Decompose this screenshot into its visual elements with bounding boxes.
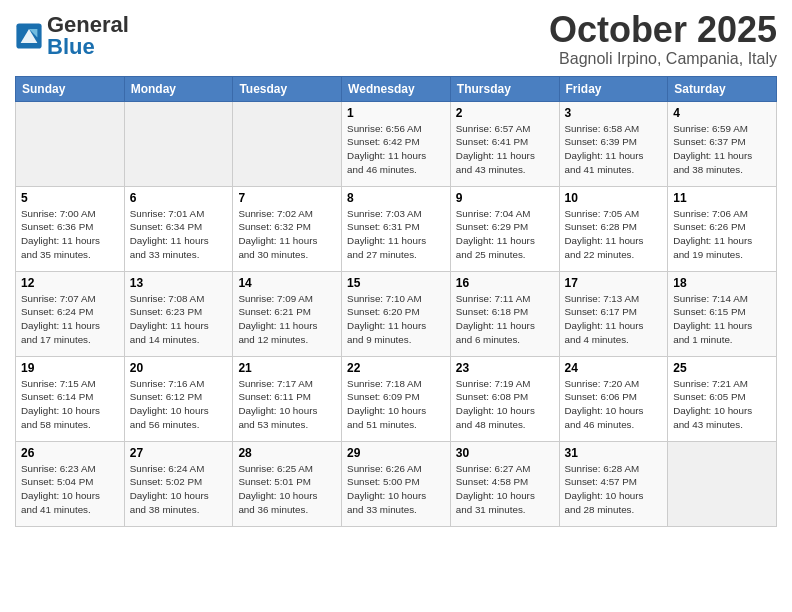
calendar-cell: 10Sunrise: 7:05 AMSunset: 6:28 PMDayligh… <box>559 186 668 271</box>
cell-info-text: Sunrise: 6:24 AMSunset: 5:02 PMDaylight:… <box>130 462 228 517</box>
calendar-cell: 3Sunrise: 6:58 AMSunset: 6:39 PMDaylight… <box>559 101 668 186</box>
cell-date-number: 21 <box>238 361 336 375</box>
cell-info-text: Sunrise: 7:10 AMSunset: 6:20 PMDaylight:… <box>347 292 445 347</box>
cell-info-text: Sunrise: 7:18 AMSunset: 6:09 PMDaylight:… <box>347 377 445 432</box>
logo-icon <box>15 22 43 50</box>
cell-date-number: 13 <box>130 276 228 290</box>
cell-date-number: 28 <box>238 446 336 460</box>
cell-info-text: Sunrise: 7:01 AMSunset: 6:34 PMDaylight:… <box>130 207 228 262</box>
cell-date-number: 18 <box>673 276 771 290</box>
cell-date-number: 1 <box>347 106 445 120</box>
cell-date-number: 24 <box>565 361 663 375</box>
logo-text: General Blue <box>47 14 129 58</box>
cell-info-text: Sunrise: 6:27 AMSunset: 4:58 PMDaylight:… <box>456 462 554 517</box>
cell-date-number: 3 <box>565 106 663 120</box>
calendar-cell: 13Sunrise: 7:08 AMSunset: 6:23 PMDayligh… <box>124 271 233 356</box>
cell-date-number: 20 <box>130 361 228 375</box>
cell-info-text: Sunrise: 7:03 AMSunset: 6:31 PMDaylight:… <box>347 207 445 262</box>
cell-info-text: Sunrise: 7:07 AMSunset: 6:24 PMDaylight:… <box>21 292 119 347</box>
calendar-cell: 1Sunrise: 6:56 AMSunset: 6:42 PMDaylight… <box>342 101 451 186</box>
cell-info-text: Sunrise: 7:09 AMSunset: 6:21 PMDaylight:… <box>238 292 336 347</box>
month-title: October 2025 <box>549 10 777 50</box>
calendar-cell: 31Sunrise: 6:28 AMSunset: 4:57 PMDayligh… <box>559 441 668 526</box>
cell-info-text: Sunrise: 7:20 AMSunset: 6:06 PMDaylight:… <box>565 377 663 432</box>
calendar-cell: 16Sunrise: 7:11 AMSunset: 6:18 PMDayligh… <box>450 271 559 356</box>
cell-date-number: 26 <box>21 446 119 460</box>
cell-info-text: Sunrise: 6:25 AMSunset: 5:01 PMDaylight:… <box>238 462 336 517</box>
week-row-4: 19Sunrise: 7:15 AMSunset: 6:14 PMDayligh… <box>16 356 777 441</box>
cell-date-number: 29 <box>347 446 445 460</box>
calendar-cell: 25Sunrise: 7:21 AMSunset: 6:05 PMDayligh… <box>668 356 777 441</box>
cell-date-number: 16 <box>456 276 554 290</box>
cell-date-number: 2 <box>456 106 554 120</box>
cell-info-text: Sunrise: 7:17 AMSunset: 6:11 PMDaylight:… <box>238 377 336 432</box>
calendar-cell: 12Sunrise: 7:07 AMSunset: 6:24 PMDayligh… <box>16 271 125 356</box>
calendar-cell: 27Sunrise: 6:24 AMSunset: 5:02 PMDayligh… <box>124 441 233 526</box>
cell-info-text: Sunrise: 7:11 AMSunset: 6:18 PMDaylight:… <box>456 292 554 347</box>
cell-date-number: 10 <box>565 191 663 205</box>
calendar-cell: 26Sunrise: 6:23 AMSunset: 5:04 PMDayligh… <box>16 441 125 526</box>
cell-date-number: 22 <box>347 361 445 375</box>
cell-info-text: Sunrise: 6:26 AMSunset: 5:00 PMDaylight:… <box>347 462 445 517</box>
cell-date-number: 17 <box>565 276 663 290</box>
cell-info-text: Sunrise: 6:57 AMSunset: 6:41 PMDaylight:… <box>456 122 554 177</box>
calendar-cell: 28Sunrise: 6:25 AMSunset: 5:01 PMDayligh… <box>233 441 342 526</box>
cell-info-text: Sunrise: 7:08 AMSunset: 6:23 PMDaylight:… <box>130 292 228 347</box>
day-header-wednesday: Wednesday <box>342 76 451 101</box>
calendar-cell: 4Sunrise: 6:59 AMSunset: 6:37 PMDaylight… <box>668 101 777 186</box>
cell-date-number: 6 <box>130 191 228 205</box>
cell-info-text: Sunrise: 7:15 AMSunset: 6:14 PMDaylight:… <box>21 377 119 432</box>
calendar-cell: 7Sunrise: 7:02 AMSunset: 6:32 PMDaylight… <box>233 186 342 271</box>
calendar-cell: 14Sunrise: 7:09 AMSunset: 6:21 PMDayligh… <box>233 271 342 356</box>
calendar-cell: 24Sunrise: 7:20 AMSunset: 6:06 PMDayligh… <box>559 356 668 441</box>
day-header-thursday: Thursday <box>450 76 559 101</box>
cell-date-number: 19 <box>21 361 119 375</box>
cell-date-number: 27 <box>130 446 228 460</box>
calendar-cell: 9Sunrise: 7:04 AMSunset: 6:29 PMDaylight… <box>450 186 559 271</box>
calendar-cell <box>233 101 342 186</box>
cell-date-number: 5 <box>21 191 119 205</box>
calendar-cell: 6Sunrise: 7:01 AMSunset: 6:34 PMDaylight… <box>124 186 233 271</box>
cell-info-text: Sunrise: 7:14 AMSunset: 6:15 PMDaylight:… <box>673 292 771 347</box>
cell-info-text: Sunrise: 7:13 AMSunset: 6:17 PMDaylight:… <box>565 292 663 347</box>
cell-info-text: Sunrise: 7:16 AMSunset: 6:12 PMDaylight:… <box>130 377 228 432</box>
cell-info-text: Sunrise: 6:23 AMSunset: 5:04 PMDaylight:… <box>21 462 119 517</box>
cell-info-text: Sunrise: 7:04 AMSunset: 6:29 PMDaylight:… <box>456 207 554 262</box>
logo: General Blue <box>15 14 129 58</box>
calendar-cell: 20Sunrise: 7:16 AMSunset: 6:12 PMDayligh… <box>124 356 233 441</box>
calendar-cell: 11Sunrise: 7:06 AMSunset: 6:26 PMDayligh… <box>668 186 777 271</box>
cell-info-text: Sunrise: 7:06 AMSunset: 6:26 PMDaylight:… <box>673 207 771 262</box>
calendar-cell: 30Sunrise: 6:27 AMSunset: 4:58 PMDayligh… <box>450 441 559 526</box>
cell-info-text: Sunrise: 6:59 AMSunset: 6:37 PMDaylight:… <box>673 122 771 177</box>
calendar-cell <box>16 101 125 186</box>
cell-info-text: Sunrise: 7:05 AMSunset: 6:28 PMDaylight:… <box>565 207 663 262</box>
title-block: October 2025 Bagnoli Irpino, Campania, I… <box>549 10 777 68</box>
week-row-2: 5Sunrise: 7:00 AMSunset: 6:36 PMDaylight… <box>16 186 777 271</box>
calendar-table: SundayMondayTuesdayWednesdayThursdayFrid… <box>15 76 777 527</box>
day-header-saturday: Saturday <box>668 76 777 101</box>
calendar-cell: 18Sunrise: 7:14 AMSunset: 6:15 PMDayligh… <box>668 271 777 356</box>
week-row-1: 1Sunrise: 6:56 AMSunset: 6:42 PMDaylight… <box>16 101 777 186</box>
cell-date-number: 31 <box>565 446 663 460</box>
calendar-cell: 29Sunrise: 6:26 AMSunset: 5:00 PMDayligh… <box>342 441 451 526</box>
day-header-sunday: Sunday <box>16 76 125 101</box>
cell-info-text: Sunrise: 6:58 AMSunset: 6:39 PMDaylight:… <box>565 122 663 177</box>
cell-date-number: 25 <box>673 361 771 375</box>
day-header-friday: Friday <box>559 76 668 101</box>
day-header-monday: Monday <box>124 76 233 101</box>
cell-date-number: 7 <box>238 191 336 205</box>
header-row: SundayMondayTuesdayWednesdayThursdayFrid… <box>16 76 777 101</box>
header: General Blue October 2025 Bagnoli Irpino… <box>15 10 777 68</box>
cell-date-number: 4 <box>673 106 771 120</box>
calendar-cell: 8Sunrise: 7:03 AMSunset: 6:31 PMDaylight… <box>342 186 451 271</box>
calendar-cell: 22Sunrise: 7:18 AMSunset: 6:09 PMDayligh… <box>342 356 451 441</box>
cell-date-number: 8 <box>347 191 445 205</box>
location: Bagnoli Irpino, Campania, Italy <box>549 50 777 68</box>
day-header-tuesday: Tuesday <box>233 76 342 101</box>
cell-date-number: 23 <box>456 361 554 375</box>
calendar-cell <box>668 441 777 526</box>
calendar-cell <box>124 101 233 186</box>
calendar-cell: 5Sunrise: 7:00 AMSunset: 6:36 PMDaylight… <box>16 186 125 271</box>
calendar-cell: 23Sunrise: 7:19 AMSunset: 6:08 PMDayligh… <box>450 356 559 441</box>
cell-info-text: Sunrise: 6:28 AMSunset: 4:57 PMDaylight:… <box>565 462 663 517</box>
